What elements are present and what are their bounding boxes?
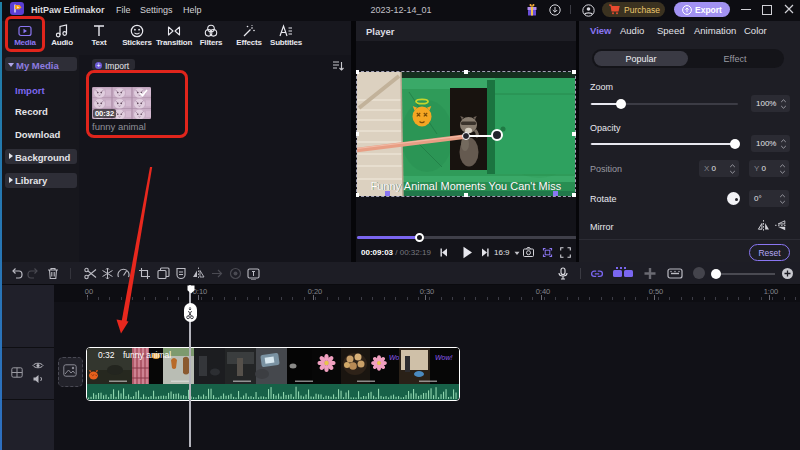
- svg-text:Wow!: Wow!: [435, 354, 453, 361]
- svg-text:0:32: 0:32: [98, 350, 115, 360]
- svg-text:funny animal: funny animal: [123, 350, 171, 360]
